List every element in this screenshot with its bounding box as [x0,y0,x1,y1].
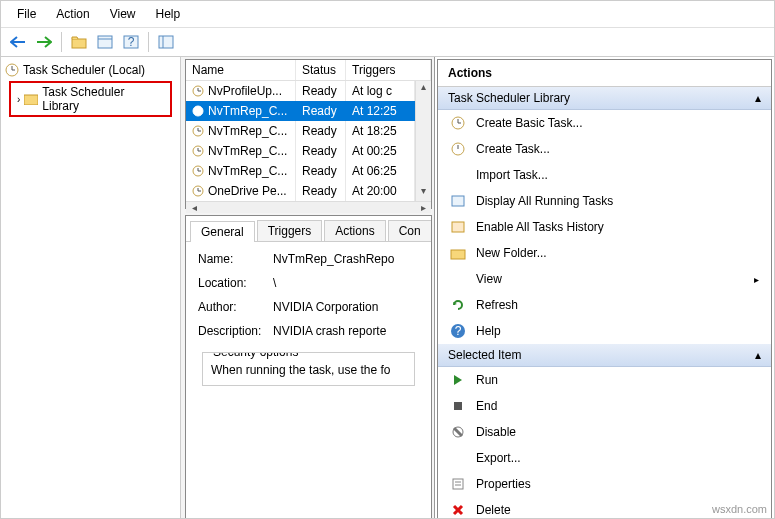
export-icon [450,450,466,466]
toolbar-separator [148,32,149,52]
col-triggers[interactable]: Triggers [346,60,431,80]
detail-tabs: General Triggers Actions Con ◂ ▸ [186,216,431,242]
menu-help[interactable]: Help [146,4,191,24]
action-run[interactable]: Run [438,367,771,393]
section-library[interactable]: Task Scheduler Library ▴ [438,87,771,110]
value-description: NVIDIA crash reporte [273,324,419,338]
table-row[interactable]: NvTmRep_C...ReadyAt 06:25 [186,161,415,181]
action-new-folder[interactable]: New Folder... [438,240,771,266]
task-name: OneDrive Pe... [208,184,287,198]
action-label: Import Task... [476,168,548,182]
task-details: General Triggers Actions Con ◂ ▸ Name:Nv… [185,215,432,519]
center-panel: Name Status Triggers NvProfileUp...Ready… [181,57,435,519]
table-row[interactable]: NvTmRep_C...ReadyAt 12:25 [186,101,415,121]
history-icon [450,219,466,235]
value-author: NVIDIA Corporation [273,300,419,314]
wizard-icon [450,115,466,131]
task-status: Ready [296,121,346,141]
label-description: Description: [198,324,273,338]
action-label: Enable All Tasks History [476,220,604,234]
task-icon [450,141,466,157]
tree-library[interactable]: › Task Scheduler Library [9,81,172,117]
action-label: Run [476,373,498,387]
action-properties[interactable]: Properties [438,471,771,497]
delete-icon [450,502,466,518]
menu-view[interactable]: View [100,4,146,24]
value-name: NvTmRep_CrashRepo [273,252,419,266]
clock-icon [192,125,204,137]
tree-root-label: Task Scheduler (Local) [23,63,145,77]
vertical-scrollbar[interactable]: ▴▾ [415,81,431,201]
task-name: NvTmRep_C... [208,164,287,178]
toolbar: ? [1,28,774,57]
task-trigger: At 06:25 [346,161,415,181]
horizontal-scrollbar[interactable]: ◂▸ [186,201,431,213]
help-button[interactable]: ? [120,31,142,53]
table-row[interactable]: NvTmRep_C...ReadyAt 18:25 [186,121,415,141]
tab-actions[interactable]: Actions [324,220,385,241]
task-status: Ready [296,141,346,161]
action-create-basic-task[interactable]: Create Basic Task... [438,110,771,136]
action-help[interactable]: ?Help [438,318,771,344]
clock-icon [5,63,19,77]
folder-up-button[interactable] [68,31,90,53]
action-end[interactable]: End [438,393,771,419]
security-legend: Security options [209,352,302,359]
stop-icon [450,398,466,414]
action-export[interactable]: Export... [438,445,771,471]
view-icon [450,271,466,287]
table-row[interactable]: NvProfileUp...ReadyAt log c [186,81,415,101]
folder-icon [450,245,466,261]
action-import-task[interactable]: Import Task... [438,162,771,188]
table-row[interactable]: OneDrive Pe...ReadyAt 20:00 [186,181,415,201]
action-refresh[interactable]: Refresh [438,292,771,318]
section-library-label: Task Scheduler Library [448,91,570,105]
toolbar-btn-2[interactable] [155,31,177,53]
label-author: Author: [198,300,273,314]
task-status: Ready [296,81,346,101]
tree-root[interactable]: Task Scheduler (Local) [3,61,178,79]
svg-text:?: ? [455,324,462,338]
action-create-task[interactable]: Create Task... [438,136,771,162]
clock-icon [192,105,204,117]
svg-rect-12 [24,95,38,105]
value-location: \ [273,276,419,290]
running-icon [450,193,466,209]
table-row[interactable]: NvTmRep_C...ReadyAt 00:25 [186,141,415,161]
task-name: NvTmRep_C... [208,144,287,158]
back-button[interactable] [7,31,29,53]
col-status[interactable]: Status [296,60,346,80]
task-status: Ready [296,101,346,121]
action-label: End [476,399,497,413]
task-trigger: At 12:25 [346,101,415,121]
action-label: New Folder... [476,246,547,260]
task-trigger: At log c [346,81,415,101]
forward-button[interactable] [33,31,55,53]
tab-triggers[interactable]: Triggers [257,220,323,241]
action-display-running[interactable]: Display All Running Tasks [438,188,771,214]
section-selected-item[interactable]: Selected Item ▴ [438,344,771,367]
action-label: Help [476,324,501,338]
svg-rect-36 [452,196,464,206]
actions-header: Actions [438,60,771,87]
svg-rect-43 [453,479,463,489]
menu-action[interactable]: Action [46,4,99,24]
action-disable[interactable]: Disable [438,419,771,445]
svg-rect-37 [452,222,464,232]
task-status: Ready [296,181,346,201]
action-label: Refresh [476,298,518,312]
action-label: Properties [476,477,531,491]
col-name[interactable]: Name [186,60,296,80]
tab-general[interactable]: General [190,221,255,242]
toolbar-btn-1[interactable] [94,31,116,53]
label-name: Name: [198,252,273,266]
folder-icon [24,93,38,105]
refresh-icon [450,297,466,313]
action-view[interactable]: View▸ [438,266,771,292]
task-trigger: At 20:00 [346,181,415,201]
tab-conditions[interactable]: Con [388,220,432,241]
action-label: Create Task... [476,142,550,156]
import-icon [450,167,466,183]
menu-file[interactable]: File [7,4,46,24]
action-enable-history[interactable]: Enable All Tasks History [438,214,771,240]
